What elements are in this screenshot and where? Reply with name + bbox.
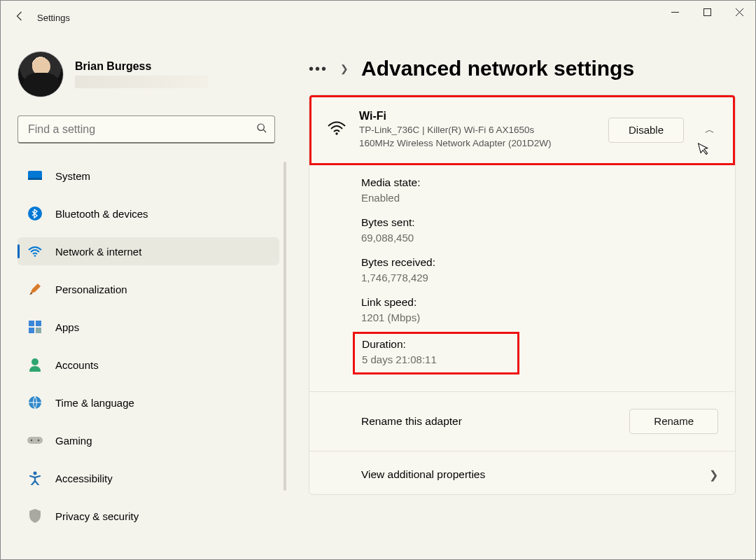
nav-privacy[interactable]: Privacy & security: [18, 502, 279, 530]
view-properties-row[interactable]: View additional properties ❯: [309, 456, 735, 494]
nav-list: System Bluetooth & devices Network & int…: [18, 162, 279, 530]
page-title: Advanced network settings: [361, 57, 634, 80]
system-icon: [27, 168, 43, 183]
divider: [309, 451, 735, 451]
avatar: [18, 51, 64, 97]
chevron-right-icon: ❯: [709, 468, 718, 482]
view-properties-label: View additional properties: [361, 468, 485, 481]
svg-point-14: [38, 440, 40, 442]
nav-time-language[interactable]: Time & language: [18, 388, 279, 416]
svg-rect-3: [28, 178, 42, 180]
disable-button[interactable]: Disable: [608, 118, 684, 143]
svg-rect-7: [36, 321, 41, 326]
adapter-details: TP-Link_736C | Killer(R) Wi-Fi 6 AX1650s…: [359, 124, 562, 150]
divider: [309, 391, 735, 392]
search-icon: [256, 122, 267, 136]
bytes-received-value: 1,746,778,429: [361, 272, 721, 284]
svg-point-13: [31, 440, 33, 442]
apps-icon: [27, 319, 43, 335]
nav-accessibility[interactable]: Accessibility: [18, 464, 279, 492]
svg-rect-0: [704, 8, 710, 15]
app-title: Settings: [37, 13, 70, 23]
nav-accounts[interactable]: Accounts: [18, 351, 279, 379]
rename-button[interactable]: Rename: [629, 409, 718, 434]
nav-scrollbar[interactable]: [284, 162, 286, 491]
media-state-label: Media state:: [361, 176, 721, 189]
rename-label: Rename this adapter: [361, 415, 462, 428]
adapter-header[interactable]: Wi-Fi TP-Link_736C | Killer(R) Wi-Fi 6 A…: [309, 95, 735, 165]
nav-network[interactable]: Network & internet: [18, 237, 279, 265]
nav-label: Accessibility: [55, 472, 113, 484]
titlebar: Settings: [1, 1, 755, 34]
duration-value: 5 days 21:08:11: [362, 354, 482, 365]
close-button[interactable]: [723, 1, 755, 23]
rename-row: Rename this adapter Rename: [309, 396, 735, 447]
main-content: ••• ❯ Advanced network settings Wi-Fi TP…: [309, 57, 743, 495]
user-name: Brian Burgess: [75, 60, 208, 73]
breadcrumb-overflow-button[interactable]: •••: [309, 61, 328, 77]
nav-bluetooth[interactable]: Bluetooth & devices: [18, 200, 279, 227]
svg-rect-12: [27, 437, 43, 444]
search-input[interactable]: [28, 123, 256, 136]
nav-apps[interactable]: Apps: [18, 313, 279, 341]
person-icon: [27, 357, 43, 372]
nav-label: Time & language: [55, 397, 134, 409]
brush-icon: [27, 281, 43, 297]
bytes-sent-label: Bytes sent:: [361, 216, 721, 229]
link-speed-label: Link speed:: [361, 296, 721, 309]
nav-label: Gaming: [55, 435, 92, 447]
shield-icon: [27, 508, 43, 524]
svg-rect-8: [29, 328, 34, 333]
window-controls: [659, 1, 755, 23]
wifi-icon: [27, 244, 43, 259]
bluetooth-icon: [27, 206, 43, 221]
user-block[interactable]: Brian Burgess: [18, 47, 274, 106]
link-speed-value: 1201 (Mbps): [361, 312, 721, 323]
user-email-redacted: [75, 76, 208, 88]
wifi-icon: [327, 120, 346, 140]
nav-label: Accounts: [55, 359, 99, 371]
nav-label: Bluetooth & devices: [55, 208, 148, 220]
nav-gaming[interactable]: Gaming: [18, 426, 279, 454]
svg-point-16: [335, 132, 337, 134]
nav-label: Apps: [55, 321, 79, 333]
nav-system[interactable]: System: [18, 162, 279, 190]
media-state-value: Enabled: [361, 192, 721, 204]
duration-highlight: Duration: 5 days 21:08:11: [353, 332, 519, 374]
search-box[interactable]: [18, 115, 275, 144]
adapter-name: Wi-Fi: [359, 110, 596, 122]
accessibility-icon: [27, 470, 43, 486]
nav-label: System: [55, 170, 90, 182]
svg-point-1: [258, 124, 264, 130]
maximize-button[interactable]: [691, 1, 723, 23]
back-button[interactable]: [6, 10, 34, 26]
breadcrumb: ••• ❯ Advanced network settings: [309, 57, 743, 80]
adapter-card: Wi-Fi TP-Link_736C | Killer(R) Wi-Fi 6 A…: [309, 94, 736, 495]
chevron-right-icon: ❯: [340, 63, 349, 74]
chevron-up-icon[interactable]: ︿: [701, 124, 719, 136]
nav-label: Network & internet: [55, 246, 141, 258]
minimize-button[interactable]: [659, 1, 691, 23]
nav-label: Privacy & security: [55, 510, 139, 522]
globe-clock-icon: [27, 395, 43, 410]
adapter-stats: Media state: Enabled Bytes sent: 69,088,…: [309, 165, 735, 387]
svg-point-10: [31, 358, 38, 365]
cursor-icon: [697, 140, 710, 158]
nav-personalization[interactable]: Personalization: [18, 275, 279, 303]
duration-label: Duration:: [362, 338, 482, 351]
svg-rect-6: [29, 321, 34, 326]
bytes-received-label: Bytes received:: [361, 256, 721, 269]
svg-point-15: [34, 472, 37, 475]
gamepad-icon: [27, 433, 43, 448]
sidebar: Brian Burgess System Bluetooth & devices…: [1, 47, 284, 560]
svg-rect-9: [36, 328, 41, 333]
nav-label: Personalization: [55, 284, 127, 295]
bytes-sent-value: 69,088,450: [361, 232, 721, 244]
svg-point-5: [34, 255, 36, 257]
